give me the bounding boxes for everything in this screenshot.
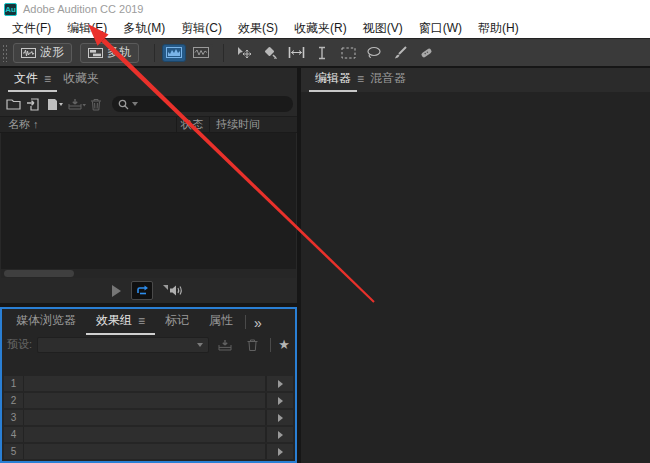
time-selection-tool[interactable] [285,43,307,63]
column-name[interactable]: 名称 ↑ [0,117,176,132]
editor-panel-header: 编辑器 ≡ 混音器 [301,68,650,92]
rack-row-expand[interactable] [265,376,293,391]
search-box[interactable] [112,96,293,112]
paintbrush-tool[interactable] [389,43,411,63]
menu-item[interactable]: 窗口(W) [411,20,470,37]
waveform-display-toggle[interactable] [189,44,213,62]
app-window: Au Adobe Audition CC 2019 文件(F)编辑(E)多轨(M… [0,0,650,463]
rack-row-expand-icon [278,448,283,456]
marquee-selection-tool[interactable] [337,43,359,63]
menu-item[interactable]: 编辑(E) [59,20,115,37]
menu-item[interactable]: 剪辑(C) [173,20,230,37]
new-file-icon[interactable] [46,95,64,113]
auto-play-speaker-control[interactable] [163,284,185,297]
tab-files[interactable]: 文件 ≡ [8,67,57,92]
files-column-header: 名称 ↑ 状态 持续时间 [0,116,297,133]
preset-dropdown-caret-icon [197,343,203,347]
waveform-view-button[interactable]: 波形 [13,43,72,63]
rack-row-slot[interactable] [24,393,265,408]
ibeam-tool[interactable] [311,43,333,63]
tab-effects-rack-label: 效果组 [96,312,132,329]
loop-icon [135,285,149,297]
files-panel: 文件 ≡ 收藏夹 [0,68,297,303]
rack-row-expand[interactable] [265,393,293,408]
effects-rack-row[interactable]: 4 [4,427,293,442]
open-file-icon[interactable] [6,95,22,113]
tab-media-browser[interactable]: 媒体浏览器 [6,308,86,335]
effects-rack-row[interactable]: 1 [4,376,293,391]
menu-item[interactable]: 多轨(M) [115,20,173,37]
sort-ascending-icon: ↑ [33,118,39,130]
rack-row-expand[interactable] [265,444,293,459]
rack-row-expand-icon [278,397,283,405]
tab-markers[interactable]: 标记 [155,308,199,335]
import-file-icon[interactable] [26,95,42,113]
menu-item[interactable]: 收藏夹(R) [286,20,355,37]
favorite-star-icon[interactable]: ★ [278,338,290,351]
preset-separator [270,338,271,352]
delete-preset-icon[interactable] [241,336,263,354]
spectral-display-toggle[interactable] [162,44,186,62]
menu-item[interactable]: 帮助(H) [470,20,527,37]
lasso-selection-tool[interactable] [363,43,385,63]
preset-label: 预设: [7,337,32,352]
save-preset-icon[interactable] [214,336,236,354]
delete-trash-icon[interactable] [90,95,102,113]
column-status[interactable]: 状态 [176,117,209,132]
play-button[interactable] [112,285,121,297]
rack-row-expand[interactable] [265,427,293,442]
column-duration[interactable]: 持续时间 [209,117,297,132]
speaker-dropdown-icon [163,285,168,290]
horizontal-scrollbar[interactable] [1,269,296,278]
search-input[interactable] [141,97,287,111]
rack-row-slot[interactable] [24,376,265,391]
panel-menu-icon[interactable]: ≡ [44,72,51,86]
effects-rack-row[interactable]: 2 [4,393,293,408]
loop-playback-button[interactable] [131,281,153,300]
tab-mixer[interactable]: 混音器 [364,67,412,92]
menu-item[interactable]: 文件(F) [4,20,59,37]
bottom-panel-tabs: 媒体浏览器 效果组 ≡ 标记 属性 » [2,309,295,335]
save-file-icon[interactable] [68,95,86,113]
toolbar-separator [154,44,155,62]
search-icon [118,99,129,110]
tab-editor-label: 编辑器 [315,70,351,87]
scrollbar-thumb[interactable] [4,270,74,277]
tab-effects-rack[interactable]: 效果组 ≡ [86,308,155,335]
panel-menu-icon[interactable]: ≡ [357,72,364,92]
tab-markers-label: 标记 [165,312,189,329]
toolbar-grip-handle[interactable] [2,44,9,62]
multitrack-view-button[interactable]: 多轨 [80,43,139,63]
preset-row: 预设: [2,335,295,354]
tab-files-label: 文件 [14,70,38,87]
move-tool[interactable] [233,43,255,63]
rack-row-slot[interactable] [24,410,265,425]
audition-logo-icon: Au [4,3,17,16]
rack-row-expand-icon [278,380,283,388]
menu-item[interactable]: 视图(V) [355,20,411,37]
effects-rack-row[interactable]: 5 [4,444,293,459]
rack-row-slot[interactable] [24,427,265,442]
preset-dropdown[interactable] [37,337,209,353]
tab-editor[interactable]: 编辑器 [309,67,357,92]
editor-empty-area[interactable] [301,92,650,463]
menu-item[interactable]: 效果(S) [230,20,286,37]
search-options-caret-icon[interactable] [132,102,138,106]
waveform-button-icon [21,47,36,59]
rack-row-slot[interactable] [24,444,265,459]
spot-healing-brush-tool[interactable] [415,43,437,63]
tab-favorites[interactable]: 收藏夹 [57,67,105,92]
file-list-empty-area[interactable] [1,133,296,269]
rack-row-number: 4 [4,427,24,442]
tab-favorites-label: 收藏夹 [63,70,99,87]
effects-rack-panel: 媒体浏览器 效果组 ≡ 标记 属性 » 预设: [0,307,297,463]
toolbar-separator [223,44,224,62]
razor-tool[interactable] [259,43,281,63]
more-tabs-chevron-icon[interactable]: » [254,315,262,331]
effects-rack-row[interactable]: 3 [4,410,293,425]
panel-menu-icon[interactable]: ≡ [138,314,145,328]
rack-row-expand[interactable] [265,410,293,425]
title-bar: Au Adobe Audition CC 2019 [0,0,650,18]
files-panel-tabs: 文件 ≡ 收藏夹 [0,68,297,92]
tab-properties[interactable]: 属性 [199,308,243,335]
